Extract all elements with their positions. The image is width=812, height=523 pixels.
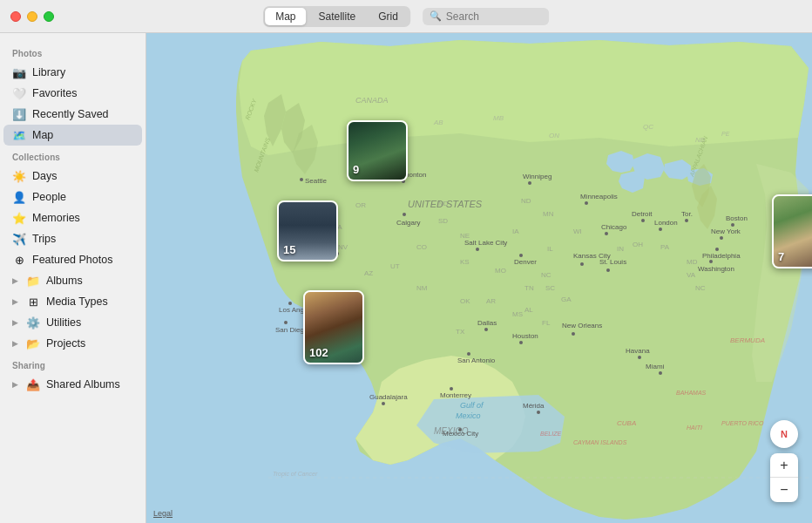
svg-text:MO: MO (495, 267, 506, 275)
sidebar-item-recently-saved[interactable]: ⬇️ Recently Saved (3, 104, 142, 125)
legal-link[interactable]: Legal (153, 509, 173, 518)
photo-thumb-sf[interactable]: 102 (303, 290, 364, 364)
sidebar-item-utilities[interactable]: ▶ ⚙️ Utilities (3, 312, 142, 333)
photo-thumb-bc[interactable]: 9 (347, 120, 408, 181)
svg-text:Guadalajara: Guadalajara (369, 393, 408, 401)
svg-text:KS: KS (460, 258, 470, 266)
sidebar-item-trips[interactable]: ✈️ Trips (3, 228, 142, 249)
svg-text:BERMUDA: BERMUDA (730, 336, 765, 344)
sidebar-section-collections: Collections (0, 146, 145, 166)
svg-point-27 (605, 232, 608, 235)
svg-text:St. Louis: St. Louis (599, 258, 626, 266)
zoom-in-button[interactable]: + (770, 453, 798, 478)
svg-text:CUBA: CUBA (617, 419, 636, 427)
sidebar-item-shared-albums[interactable]: ▶ 📤 Shared Albums (3, 374, 142, 395)
sidebar-item-people[interactable]: 👤 People (3, 187, 142, 207)
svg-text:AZ: AZ (364, 269, 373, 277)
svg-text:Gulf of: Gulf of (460, 401, 484, 410)
shared-albums-chevron-icon: ▶ (12, 380, 18, 389)
svg-text:Philadelphia: Philadelphia (702, 252, 741, 260)
svg-point-69 (638, 356, 641, 359)
svg-point-15 (288, 302, 292, 305)
zoom-out-button[interactable]: − (770, 478, 798, 502)
media-types-chevron-icon: ▶ (12, 297, 18, 306)
sidebar-label-trips: Trips (32, 233, 56, 245)
tab-satellite[interactable]: Satellite (308, 8, 366, 25)
view-tabs: Map Satellite Grid (263, 6, 410, 27)
svg-text:CANADA: CANADA (355, 96, 389, 105)
svg-text:HAITI: HAITI (687, 425, 702, 431)
sidebar-label-projects: Projects (46, 337, 85, 350)
svg-text:ON: ON (549, 132, 559, 139)
search-input[interactable] (446, 10, 542, 23)
svg-point-29 (641, 219, 645, 222)
map-icon: 🗺️ (12, 128, 26, 142)
zoom-controls: + − (770, 453, 798, 502)
svg-text:WI: WI (573, 228, 582, 235)
sidebar-item-albums[interactable]: ▶ 📁 Albums (3, 270, 142, 291)
minimize-button[interactable] (27, 11, 37, 22)
photo-thumb-east[interactable]: 7 (772, 194, 812, 268)
svg-point-41 (709, 260, 713, 263)
svg-text:ND: ND (521, 197, 531, 205)
svg-text:Miami: Miami (646, 363, 665, 370)
svg-point-11 (300, 178, 303, 181)
svg-text:TX: TX (456, 328, 465, 336)
cluster-wa[interactable]: 15 (277, 200, 338, 262)
sidebar-item-media-types[interactable]: ▶ ⊞ Media Types (3, 291, 142, 312)
cluster-sf[interactable]: 102 (303, 290, 364, 364)
tab-grid[interactable]: Grid (368, 8, 409, 25)
svg-text:CAYMAN ISLANDS: CAYMAN ISLANDS (573, 439, 627, 445)
cluster-bc-count: 9 (353, 163, 359, 176)
svg-text:Detroit: Detroit (632, 210, 653, 218)
svg-text:Chicago: Chicago (601, 223, 627, 231)
svg-text:PUERTO RICO: PUERTO RICO (721, 420, 764, 426)
sidebar-item-featured-photos[interactable]: ⊕ Featured Photos (3, 249, 142, 270)
svg-text:NC: NC (541, 271, 551, 279)
svg-point-55 (519, 341, 523, 344)
svg-text:FL: FL (542, 319, 551, 327)
maximize-button[interactable] (44, 11, 54, 22)
svg-point-39 (715, 248, 719, 251)
sidebar-label-featured-photos: Featured Photos (32, 254, 112, 266)
sidebar-item-days[interactable]: ☀️ Days (3, 166, 142, 187)
svg-point-31 (659, 228, 662, 231)
close-button[interactable] (10, 11, 21, 22)
search-bar[interactable]: 🔍 (423, 8, 549, 25)
svg-point-23 (528, 181, 531, 185)
svg-text:Havana: Havana (626, 347, 650, 355)
svg-text:VA: VA (687, 271, 696, 279)
utilities-chevron-icon: ▶ (12, 318, 18, 327)
svg-point-57 (572, 332, 575, 336)
sidebar-item-projects[interactable]: ▶ 📂 Projects (3, 333, 142, 354)
svg-point-43 (476, 248, 479, 251)
people-icon: 👤 (12, 190, 26, 204)
svg-text:CO: CO (416, 243, 427, 251)
svg-text:Boston: Boston (726, 214, 748, 222)
svg-text:Washington: Washington (698, 265, 734, 273)
svg-point-53 (467, 352, 470, 356)
svg-text:Salt Lake City: Salt Lake City (464, 239, 507, 247)
svg-text:Houston: Houston (512, 332, 538, 340)
traffic-lights (10, 11, 54, 22)
svg-point-37 (720, 236, 723, 240)
sidebar: Photos 📷 Library 🤍 Favorites ⬇️ Recently… (0, 33, 146, 523)
cluster-east-count: 7 (778, 250, 784, 263)
sidebar-item-favorites[interactable]: 🤍 Favorites (3, 83, 142, 104)
tab-map[interactable]: Map (265, 8, 306, 25)
svg-text:QC: QC (643, 123, 653, 131)
map-area[interactable]: UNITED STATES MEXICO CANADA BC AB MB ON … (146, 33, 812, 523)
sidebar-item-map[interactable]: 🗺️ Map (3, 125, 142, 146)
sidebar-label-people: People (32, 191, 66, 203)
sidebar-item-memories[interactable]: ⭐ Memories (3, 207, 142, 228)
svg-text:Winnipeg: Winnipeg (523, 173, 551, 180)
cluster-bc[interactable]: 9 (347, 120, 408, 181)
titlebar: Map Satellite Grid 🔍 (0, 0, 812, 33)
search-icon: 🔍 (430, 10, 442, 22)
svg-point-59 (450, 387, 453, 391)
sidebar-item-library[interactable]: 📷 Library (3, 62, 142, 83)
trips-icon: ✈️ (12, 232, 26, 246)
photo-thumb-wa[interactable]: 15 (277, 200, 338, 262)
compass-button[interactable]: N (770, 420, 798, 448)
cluster-east[interactable]: 7 (772, 194, 812, 268)
